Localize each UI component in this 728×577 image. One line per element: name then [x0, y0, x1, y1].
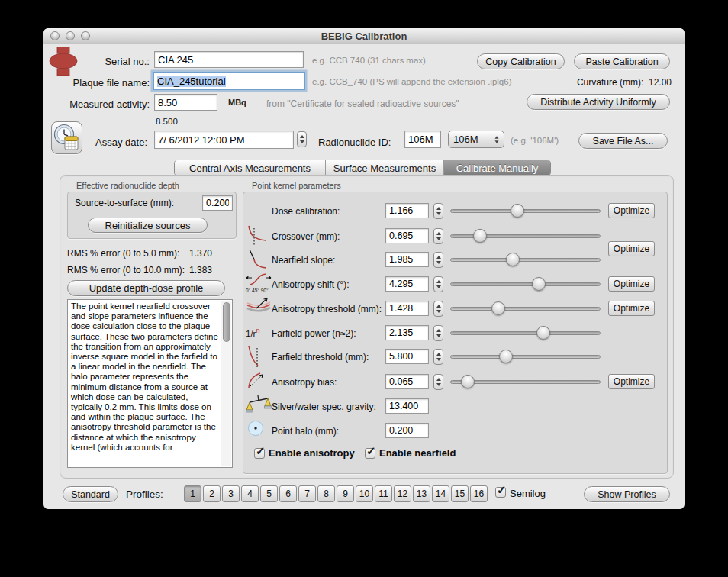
farfield-power-slider[interactable]: [450, 325, 601, 341]
measured-activity-input[interactable]: [154, 94, 217, 111]
profile-button-6[interactable]: 6: [279, 485, 297, 502]
standard-button[interactable]: Standard: [63, 486, 118, 502]
slider-thumb[interactable]: [491, 301, 505, 315]
anisotropy-shift-optimize-button[interactable]: Optimize: [608, 276, 655, 292]
dose-calibration-slider[interactable]: [450, 203, 601, 219]
slider-track[interactable]: [450, 282, 601, 286]
enable-anisotropy-checkbox[interactable]: ✓: [254, 448, 265, 459]
assay-date-input[interactable]: [154, 131, 294, 149]
radionuclide-id-input[interactable]: [404, 131, 441, 148]
semilog-checkbox[interactable]: ✓: [495, 487, 506, 498]
farfield-power-stepper[interactable]: [433, 325, 443, 341]
param-row-anisotropy-shift: 0° 45° 90°Anisotropy shift (°):Optimize: [243, 276, 668, 293]
dose-calibration-input[interactable]: [385, 203, 429, 218]
crossover-stepper[interactable]: [433, 228, 443, 244]
anisotropy-threshold-stepper[interactable]: [433, 301, 443, 317]
point-kernel-group-title: Point kernel parameters: [252, 181, 341, 190]
farfield-threshold-stepper[interactable]: [433, 349, 443, 365]
reinitialize-sources-button[interactable]: Reinitialize sources: [88, 218, 208, 233]
assay-date-stepper[interactable]: [297, 131, 307, 147]
paste-calibration-button[interactable]: Paste Calibration: [574, 53, 670, 69]
silver-water-gravity-input[interactable]: [385, 398, 429, 414]
point-halo-input[interactable]: [385, 423, 429, 438]
enable-nearfield-label: Enable nearfield: [379, 447, 456, 459]
anisotropy-bias-stepper[interactable]: [433, 374, 443, 390]
slider-thumb[interactable]: [461, 375, 475, 388]
anisotropy-bias-slider[interactable]: [450, 374, 601, 390]
tab-calibrate-manually[interactable]: Calibrate Manually: [443, 160, 550, 176]
nearfield-slope-input[interactable]: [385, 252, 429, 267]
anisotropy-threshold-input[interactable]: [385, 301, 429, 316]
info-text-area[interactable]: The point kernel nearfield crossover and…: [67, 299, 233, 468]
profile-button-14[interactable]: 14: [432, 485, 449, 502]
profile-button-10[interactable]: 10: [356, 485, 373, 502]
dose-calibration-stepper[interactable]: [433, 203, 443, 219]
profile-button-1[interactable]: 1: [184, 485, 201, 502]
profile-button-9[interactable]: 9: [337, 485, 354, 502]
scrollbar[interactable]: [221, 301, 231, 466]
title-bar[interactable]: BEBIG Calibration: [43, 28, 685, 44]
profile-button-13[interactable]: 13: [413, 485, 430, 502]
anisotropy-bias-icon: [246, 369, 272, 395]
show-profiles-button[interactable]: Show Profiles: [584, 486, 670, 502]
farfield-threshold-slider[interactable]: [450, 349, 601, 365]
anisotropy-threshold-optimize-button[interactable]: Optimize: [608, 301, 655, 316]
slider-thumb[interactable]: [536, 326, 550, 340]
tab-central-axis-measurements[interactable]: Central Axis Measurements: [175, 160, 325, 176]
scrollbar-thumb[interactable]: [223, 302, 230, 342]
effective-depth-group-title: Effective radionuclide depth: [76, 181, 179, 190]
profile-button-15[interactable]: 15: [451, 485, 469, 502]
profile-button-7[interactable]: 7: [298, 485, 316, 502]
slider-thumb[interactable]: [473, 229, 487, 243]
profile-button-2[interactable]: 2: [203, 485, 221, 502]
crossover-input[interactable]: [385, 228, 429, 243]
tab-surface-measurements[interactable]: Surface Measurements: [325, 160, 443, 176]
profile-button-11[interactable]: 11: [375, 485, 392, 502]
nearfield-slope-stepper[interactable]: [433, 252, 443, 268]
farfield-threshold-input[interactable]: [385, 349, 429, 364]
anisotropy-shift-stepper[interactable]: [433, 276, 443, 292]
copy-calibration-button[interactable]: Copy Calibration: [477, 53, 565, 69]
stepper-down-icon[interactable]: [300, 140, 304, 143]
profile-button-5[interactable]: 5: [260, 485, 278, 502]
serial-input[interactable]: [154, 51, 304, 68]
crossover-slider[interactable]: [450, 228, 601, 244]
rms-error-10mm-label: RMS % error (0 to 10.0 mm):: [67, 265, 185, 276]
anisotropy-bias-optimize-button[interactable]: Optimize: [608, 374, 655, 389]
profile-button-16[interactable]: 16: [470, 485, 488, 502]
slider-thumb[interactable]: [506, 253, 520, 266]
profile-button-12[interactable]: 12: [394, 485, 411, 502]
stepper-up-icon[interactable]: [300, 135, 304, 138]
farfield-power-input[interactable]: [385, 325, 429, 340]
radionuclide-hint: (e.g. '106M'): [511, 136, 559, 145]
slider-track[interactable]: [450, 355, 601, 359]
slider-track[interactable]: [450, 209, 601, 213]
profile-button-4[interactable]: 4: [241, 485, 259, 502]
update-depth-dose-button[interactable]: Update depth-dose profile: [67, 280, 225, 296]
enable-nearfield-checkbox[interactable]: ✓: [365, 448, 375, 459]
crossover-curve-icon: [246, 224, 272, 250]
slider-track[interactable]: [450, 258, 601, 262]
checkmark-icon: ✓: [497, 483, 507, 497]
radionuclide-popup[interactable]: 106M: [448, 131, 504, 148]
distribute-activity-button[interactable]: Distribute Activity Uniformly: [527, 94, 670, 110]
enable-anisotropy-checkbox-group: ✓Enable anisotropy: [254, 447, 355, 459]
anisotropy-threshold-slider[interactable]: [450, 301, 601, 317]
plaque-file-name-input[interactable]: CIA_245tutorial: [153, 72, 305, 90]
slider-thumb[interactable]: [511, 204, 524, 218]
dose-calibration-optimize-button[interactable]: Optimize: [608, 203, 655, 218]
slider-thumb[interactable]: [499, 350, 513, 363]
slider-track[interactable]: [450, 307, 601, 311]
anisotropy-shift-slider[interactable]: [450, 276, 601, 292]
anisotropy-shift-input[interactable]: [385, 276, 429, 292]
enable-nearfield-checkbox-group: ✓Enable nearfield: [365, 447, 456, 459]
source-to-surface-input[interactable]: [202, 195, 233, 211]
slider-track[interactable]: [450, 331, 601, 335]
point-halo-icon: [246, 418, 272, 444]
profile-button-3[interactable]: 3: [222, 485, 240, 502]
save-file-as-button[interactable]: Save File As...: [578, 133, 668, 149]
profile-button-8[interactable]: 8: [317, 485, 335, 502]
anisotropy-bias-input[interactable]: [385, 374, 429, 389]
nearfield-slope-slider[interactable]: [450, 252, 601, 268]
slider-thumb[interactable]: [532, 277, 546, 291]
